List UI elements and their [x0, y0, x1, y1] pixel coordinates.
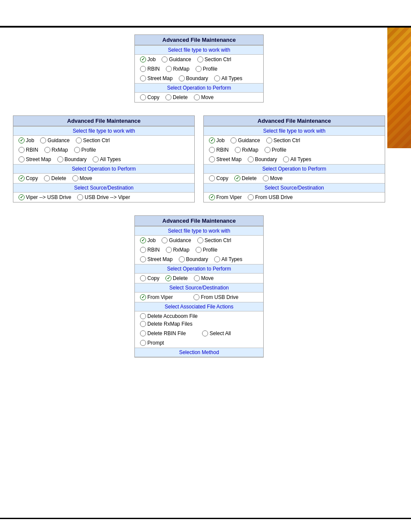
radio-streetmap-2[interactable]: Street Map	[19, 156, 51, 162]
radio-move-2-circle	[72, 175, 78, 181]
radio-job-4-label: Job	[147, 237, 156, 243]
panel4-title: Advanced File Maintenance	[135, 216, 263, 226]
radio-rbin-3[interactable]: RBIN	[209, 147, 229, 153]
radio-alltypes-3-label: All Types	[290, 156, 311, 162]
radio-delete-3-circle	[234, 175, 240, 181]
radio-deletrxmap-4[interactable]: Delete RxMap Files	[140, 321, 193, 327]
radio-alltypes-4-circle	[214, 256, 220, 262]
radio-profile-2-label: Profile	[81, 147, 96, 153]
radio-rbin-2[interactable]: RBIN	[19, 147, 38, 153]
radio-delete-3[interactable]: Delete	[234, 175, 257, 181]
radio-usb-viper-2-circle	[77, 194, 83, 200]
panel3-section2: Select Operation to Perform	[204, 164, 385, 174]
radio-sectionctrl-1[interactable]: Section Ctrl	[197, 56, 231, 62]
panel1-file-types-row3: Street Map Boundary All Types	[135, 74, 263, 83]
radio-streetmap-2-circle	[19, 156, 25, 162]
radio-deleterbin-4[interactable]: Delete RBIN File	[140, 330, 186, 336]
radio-selectall-4[interactable]: Select All	[202, 330, 230, 336]
radio-profile-2[interactable]: Profile	[74, 147, 96, 153]
radio-guidance-1-label: Guidance	[169, 56, 191, 62]
radio-streetmap-4-circle	[140, 256, 146, 262]
radio-copy-2[interactable]: Copy	[19, 175, 38, 181]
radio-job-1-circle	[140, 56, 146, 62]
radio-prompt-4-circle	[140, 340, 146, 346]
panel4-container: Advanced File Maintenance Select file ty…	[13, 215, 385, 358]
radio-fromusb-3[interactable]: From USB Drive	[248, 194, 293, 200]
radio-sectionctrl-2[interactable]: Section Ctrl	[76, 137, 110, 143]
radio-delete-2[interactable]: Delete	[44, 175, 66, 181]
radio-rbin-1[interactable]: RBIN	[140, 66, 160, 72]
radio-delete-1-circle	[165, 94, 171, 100]
radio-job-4[interactable]: Job	[140, 237, 156, 243]
radio-guidance-3-label: Guidance	[238, 137, 260, 143]
radio-move-3-label: Move	[270, 175, 283, 181]
radio-job-3[interactable]: Job	[209, 137, 224, 143]
radio-job-1[interactable]: Job	[140, 56, 156, 62]
radio-rxmap-3-circle	[235, 147, 241, 153]
radio-streetmap-3-circle	[209, 156, 215, 162]
radio-fromviper-3-label: From Viper	[216, 194, 242, 200]
radio-fromviper-3[interactable]: From Viper	[209, 194, 242, 200]
radio-alltypes-2[interactable]: All Types	[93, 156, 121, 162]
radio-job-2-label: Job	[26, 137, 34, 143]
radio-fromusb-4-label: From USB Drive	[201, 294, 238, 300]
radio-fromusb-4[interactable]: From USB Drive	[193, 294, 238, 300]
radio-boundary-2[interactable]: Boundary	[57, 156, 87, 162]
radio-copy-4[interactable]: Copy	[140, 275, 159, 281]
radio-move-3[interactable]: Move	[263, 175, 283, 181]
radio-viper-usb-2-circle	[19, 194, 25, 200]
radio-rxmap-4-circle	[166, 247, 172, 253]
radio-move-1[interactable]: Move	[194, 94, 214, 100]
radio-alltypes-1[interactable]: All Types	[214, 75, 242, 81]
radio-streetmap-1[interactable]: Street Map	[140, 75, 173, 81]
radio-boundary-4[interactable]: Boundary	[179, 256, 208, 262]
radio-fromviper-4[interactable]: From Viper	[140, 294, 173, 300]
radio-alltypes-3-circle	[283, 156, 289, 162]
radio-rxmap-2[interactable]: RxMap	[44, 147, 68, 153]
panel4-section5: Selection Method	[135, 348, 263, 357]
radio-rxmap-3[interactable]: RxMap	[235, 147, 258, 153]
radio-sectionctrl-4[interactable]: Section Ctrl	[197, 237, 231, 243]
radio-rxmap-4[interactable]: RxMap	[166, 247, 190, 253]
radio-streetmap-3[interactable]: Street Map	[209, 156, 242, 162]
radio-boundary-1[interactable]: Boundary	[179, 75, 208, 81]
radio-guidance-3[interactable]: Guidance	[230, 137, 260, 143]
radio-move-4-label: Move	[201, 275, 214, 281]
radio-usb-viper-2[interactable]: USB Drive --> Viper	[77, 194, 130, 200]
radio-prompt-4-label: Prompt	[147, 340, 164, 346]
radio-delete-1[interactable]: Delete	[165, 94, 188, 100]
radio-profile-1[interactable]: Profile	[196, 66, 218, 72]
radio-rxmap-1[interactable]: RxMap	[166, 66, 190, 72]
radio-sectionctrl-3[interactable]: Section Ctrl	[266, 137, 300, 143]
radio-prompt-4[interactable]: Prompt	[140, 340, 164, 346]
radio-move-4[interactable]: Move	[194, 275, 214, 281]
radio-delete-4[interactable]: Delete	[165, 275, 188, 281]
radio-rbin-4[interactable]: RBIN	[140, 247, 160, 253]
panel3-title: Advanced File Maintenance	[204, 116, 385, 126]
radio-alltypes-3[interactable]: All Types	[283, 156, 311, 162]
radio-viper-usb-2[interactable]: Viper --> USB Drive	[19, 194, 71, 200]
panel2-section2: Select Operation to Perform	[13, 164, 194, 174]
radio-sectionctrl-1-label: Section Ctrl	[205, 56, 231, 62]
radio-boundary-2-label: Boundary	[65, 156, 87, 162]
panel4-dest-row: From Viper From USB Drive	[135, 292, 263, 302]
radio-streetmap-4[interactable]: Street Map	[140, 256, 173, 262]
radio-guidance-2[interactable]: Guidance	[40, 137, 69, 143]
radio-move-2[interactable]: Move	[72, 175, 92, 181]
radio-delete-2-label: Delete	[51, 175, 66, 181]
radio-copy-3[interactable]: Copy	[209, 175, 228, 181]
radio-profile-4[interactable]: Profile	[196, 247, 218, 253]
radio-guidance-1[interactable]: Guidance	[162, 56, 191, 62]
panel1-file-types-row1: Job Guidance Section Ctrl	[135, 55, 263, 64]
radio-job-2[interactable]: Job	[19, 137, 34, 143]
radio-alltypes-4[interactable]: All Types	[214, 256, 242, 262]
panel4-fileactions-row2: Delete RBIN File Select All	[135, 329, 263, 338]
radio-boundary-3[interactable]: Boundary	[248, 156, 277, 162]
radio-profile-3[interactable]: Profile	[265, 147, 286, 153]
panel4-section4: Select Associated File Actions	[135, 302, 263, 311]
radio-copy-1[interactable]: Copy	[140, 94, 159, 100]
radio-deleteaccuboom-4[interactable]: Delete Accuboom File	[140, 313, 198, 319]
panel2: Advanced File Maintenance Select file ty…	[13, 115, 195, 202]
radio-guidance-4[interactable]: Guidance	[162, 237, 191, 243]
radio-rbin-4-circle	[140, 247, 146, 253]
